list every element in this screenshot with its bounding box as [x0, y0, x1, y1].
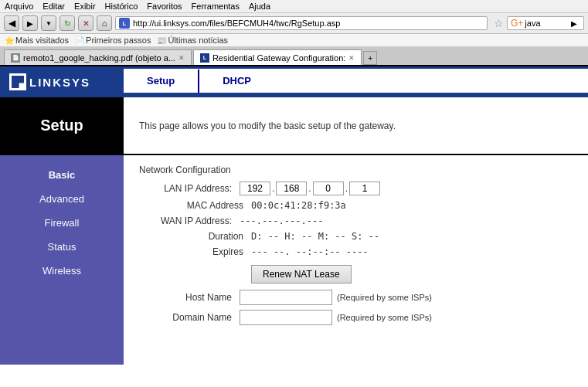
host-name-row: Host Name (Required by some ISPs)	[139, 290, 573, 305]
page-icon: 📄	[75, 36, 84, 45]
lan-ip-label: LAN IP Address:	[139, 183, 240, 194]
renew-nat-lease-button[interactable]: Renew NAT Lease	[251, 265, 352, 283]
mac-label: MAC Address	[139, 200, 251, 211]
search-wrap: G+ ▶	[507, 16, 584, 30]
ip-sep-2: .	[308, 183, 311, 194]
address-icon: L	[119, 18, 130, 29]
lan-ip-row: LAN IP Address: . . .	[139, 182, 573, 195]
lan-ip-octet1[interactable]	[240, 182, 270, 195]
tab-linksys[interactable]: L Residential Gateway Configuration: ✕	[193, 49, 362, 65]
section-title: Network Configuration	[139, 165, 573, 175]
sidebar: Basic Advanced Firewall Status Wireless	[0, 155, 124, 365]
lan-ip-octet4[interactable]	[349, 182, 380, 195]
news-icon: 📰	[157, 36, 166, 45]
renew-row: Renew NAT Lease	[251, 262, 573, 283]
menu-arquivo[interactable]: Arquivo	[5, 2, 33, 11]
setup-label: Setup	[0, 97, 124, 154]
page-wrap: LINKSYS Setup DHCP Setup This page allow…	[0, 66, 588, 365]
sidebar-item-basic[interactable]: Basic	[0, 163, 124, 187]
refresh-button[interactable]: ↻	[59, 15, 75, 31]
bookmark-star[interactable]: ☆	[494, 17, 504, 29]
sidebar-item-status[interactable]: Status	[0, 235, 124, 259]
search-go-button[interactable]: ▶	[571, 19, 577, 28]
tabs-bar: 📄 remoto1_google_hacking.pdf (objeto a..…	[0, 47, 588, 66]
setup-description: This page allows you to modify the basic…	[124, 97, 588, 154]
sidebar-item-wireless[interactable]: Wireless	[0, 259, 124, 283]
address-input[interactable]	[133, 19, 484, 28]
content-area: Network Configuration LAN IP Address: . …	[124, 155, 588, 365]
linksys-header: LINKSYS Setup DHCP	[0, 66, 588, 97]
new-tab-button[interactable]: +	[363, 51, 377, 65]
wan-ip-row: WAN IP Address: ---.---.---.---	[139, 216, 573, 226]
wan-ip-value: ---.---.---.---	[240, 216, 323, 226]
domain-name-input[interactable]	[240, 310, 332, 325]
mac-address-row: MAC Address 00:0c:41:28:f9:3a	[139, 200, 573, 211]
host-name-input[interactable]	[240, 290, 332, 305]
nav-tab-setup[interactable]: Setup	[124, 69, 198, 93]
dropdown-button[interactable]: ▼	[41, 15, 56, 31]
menu-editar[interactable]: Editar	[42, 2, 65, 11]
linksys-tab-icon: L	[200, 53, 209, 63]
duration-row: Duration D: -- H: -- M: -- S: --	[139, 231, 573, 242]
pdf-tab-icon: 📄	[11, 53, 20, 63]
tab-linksys-close[interactable]: ✕	[348, 54, 355, 62]
address-bar: L	[115, 16, 488, 30]
domain-name-row: Domain Name (Required by some ISPs)	[139, 310, 573, 325]
menu-ferramentas[interactable]: Ferramentas	[192, 2, 240, 11]
linksys-logo: LINKSYS	[0, 73, 124, 90]
nav-tabs: Setup DHCP	[124, 69, 588, 95]
setup-section: Setup This page allows you to modify the…	[0, 97, 588, 155]
lan-ip-group: . . .	[240, 182, 380, 195]
menu-exibir[interactable]: Exibir	[74, 2, 96, 11]
nav-bar: ◀ ▶ ▼ ↻ ✕ ⌂ L ☆ G+ ▶	[0, 13, 588, 34]
forward-button[interactable]: ▶	[22, 15, 38, 31]
tab-pdf-close[interactable]: ✕	[178, 54, 185, 62]
nav-tab-dhcp[interactable]: DHCP	[199, 69, 274, 93]
duration-label: Duration	[139, 231, 251, 242]
ip-sep-3: .	[345, 183, 348, 194]
menu-ajuda[interactable]: Ajuda	[249, 2, 270, 11]
search-engine-icon: G+	[511, 18, 523, 29]
bookmarks-bar: ⭐ Mais visitados 📄 Primeiros passos 📰 Úl…	[0, 34, 588, 47]
menu-bar: Arquivo Editar Exibir Histórico Favorito…	[0, 0, 588, 13]
star-icon: ⭐	[5, 36, 14, 45]
expires-value: --- --. --:--:-- ----	[251, 246, 369, 257]
ip-sep-1: .	[272, 183, 274, 194]
tab-pdf[interactable]: 📄 remoto1_google_hacking.pdf (objeto a..…	[4, 49, 192, 65]
bookmark-mais-visitados[interactable]: ⭐ Mais visitados	[5, 36, 69, 45]
expires-label: Expires	[139, 246, 251, 257]
wan-ip-label: WAN IP Address:	[139, 216, 240, 226]
mac-value: 00:0c:41:28:f9:3a	[251, 200, 346, 211]
host-name-label: Host Name	[139, 292, 240, 303]
domain-name-label: Domain Name	[139, 312, 240, 323]
search-input[interactable]	[525, 19, 571, 28]
menu-favoritos[interactable]: Favoritos	[147, 2, 182, 11]
logo-icon	[9, 73, 26, 90]
host-name-hint: (Required by some ISPs)	[337, 293, 432, 302]
menu-historico[interactable]: Histórico	[105, 2, 138, 11]
lan-ip-octet2[interactable]	[276, 182, 307, 195]
sidebar-item-advanced[interactable]: Advanced	[0, 187, 124, 211]
lan-ip-octet3[interactable]	[313, 182, 344, 195]
bookmark-primeiros-passos[interactable]: 📄 Primeiros passos	[75, 36, 151, 45]
duration-value: D: -- H: -- M: -- S: --	[251, 231, 379, 242]
home-button[interactable]: ⌂	[97, 15, 112, 31]
stop-button[interactable]: ✕	[78, 15, 93, 31]
bookmark-ultimas-noticias[interactable]: 📰 Últimas notícias	[157, 36, 228, 45]
logo-icon-inner	[12, 76, 24, 88]
expires-row: Expires --- --. --:--:-- ----	[139, 246, 573, 257]
back-button[interactable]: ◀	[4, 15, 19, 31]
sidebar-item-firewall[interactable]: Firewall	[0, 211, 124, 235]
domain-name-hint: (Required by some ISPs)	[337, 313, 432, 322]
main-area: Basic Advanced Firewall Status Wireless …	[0, 155, 588, 365]
logo-text: LINKSYS	[9, 73, 90, 90]
